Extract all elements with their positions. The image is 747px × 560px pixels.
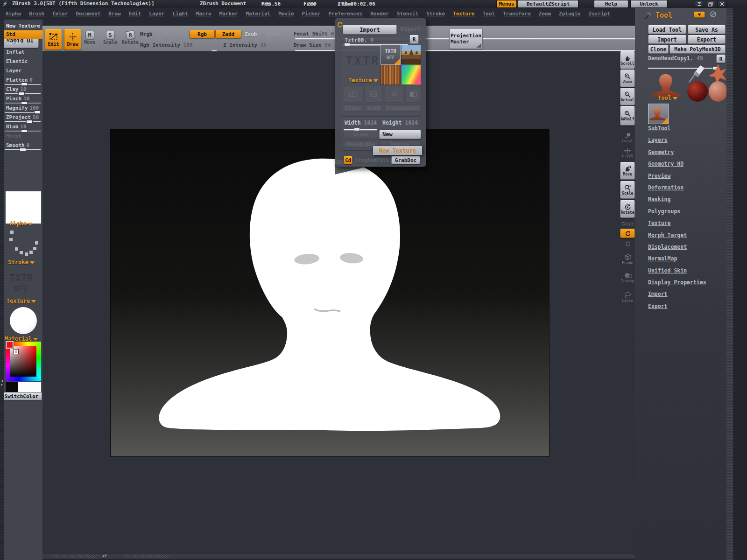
menu-item[interactable]: Transform (503, 11, 531, 17)
menu-item[interactable]: Zplugin (559, 11, 580, 17)
menu-item[interactable]: Zscript (588, 11, 610, 17)
brush-slider-track[interactable] (5, 103, 41, 104)
frame-button[interactable]: Frame (620, 250, 635, 268)
tool-section-link[interactable]: Geometry HD (648, 161, 706, 172)
menu-item[interactable]: Material (246, 11, 270, 17)
texture-thumb-off[interactable]: TXTROFF (381, 45, 401, 65)
tool-thumb-sphere-light[interactable] (709, 81, 727, 102)
rotate-button[interactable]: RRotate (122, 31, 139, 45)
stroke-preview[interactable] (5, 228, 40, 259)
scroll-arrows[interactable]: ▲▼ (102, 553, 107, 558)
brush-item[interactable]: Morph (4, 132, 42, 141)
scrollbar-grip[interactable] (52, 554, 99, 558)
refresh-icon[interactable] (337, 21, 343, 28)
texture-thumb-landscape[interactable] (401, 45, 421, 65)
height-slider[interactable]: Height 1024 (335, 23, 426, 24)
tool-thumb-selected[interactable] (648, 104, 669, 124)
default-zscript-button[interactable]: DefaultZScript (518, 0, 578, 8)
tool-thumb-sphere-dark[interactable] (687, 81, 708, 102)
switch-color-button[interactable]: SwitchColor (1, 392, 42, 400)
brush-slider-track[interactable] (5, 131, 41, 132)
zcut-toggle[interactable]: Zcut (267, 31, 280, 37)
brush-slider-track[interactable] (5, 84, 41, 85)
make-polymesh3d-button[interactable]: Make PolyMesh3D (669, 45, 726, 54)
tool-section-link[interactable]: Masking (648, 196, 706, 208)
rotate-axis2-button[interactable] (620, 239, 635, 248)
menu-item[interactable]: Stroke (426, 11, 445, 17)
slider-handle[interactable] (20, 148, 26, 151)
actual-button[interactable]: Actual (620, 88, 635, 105)
current-color-swatch[interactable] (6, 341, 14, 349)
document[interactable] (110, 129, 550, 457)
tool-section-link[interactable]: Unified Skin (648, 267, 706, 279)
projection-master-button[interactable]: Projection Master (449, 29, 483, 49)
clone-button[interactable]: Clone (648, 45, 669, 54)
tool-section-link[interactable]: Deformation (648, 184, 706, 196)
brush-item[interactable]: Elastic (4, 57, 42, 67)
brush-item[interactable]: Layer (4, 67, 42, 76)
strip-rotate-button[interactable]: Rotate (620, 200, 635, 218)
texture-selector[interactable]: Texture (0, 298, 42, 304)
stroke-selector[interactable]: Stroke (0, 259, 42, 266)
menu-item[interactable]: Stencil (397, 11, 418, 17)
menu-item[interactable]: Movie (278, 11, 294, 17)
rotate-axis-button[interactable] (620, 229, 635, 238)
invert-texture-button[interactable] (405, 86, 421, 103)
tool-section-link[interactable]: SubTool (648, 125, 706, 137)
scroll-button[interactable]: Scroll (620, 51, 635, 69)
menu-item[interactable]: Marker (219, 11, 238, 17)
alpha-selector[interactable]: Alpha (0, 220, 42, 227)
scrollbar-grip[interactable] (123, 554, 169, 558)
m-toggle[interactable]: M (165, 31, 168, 37)
tool-selector[interactable]: Tool (653, 95, 683, 101)
help-button[interactable]: Help (594, 0, 628, 8)
aahalf-button[interactable]: AAHalf (620, 106, 635, 126)
width-slider[interactable]: Width 1024 (335, 21, 426, 22)
load-tool-button[interactable]: Load Tool (648, 25, 686, 34)
tool-section-link[interactable]: Layers (648, 137, 706, 148)
zsub-toggle[interactable]: Zsub (245, 31, 257, 37)
brush-slider-track[interactable] (5, 112, 41, 113)
tool-section-link[interactable]: Geometry (648, 149, 706, 161)
menu-item[interactable]: Texture (453, 11, 474, 17)
menu-item[interactable]: Edit (129, 11, 141, 17)
brush-slider-track[interactable] (5, 149, 41, 150)
brush-item[interactable]: Smooth0 (4, 141, 42, 151)
tool-r-button[interactable]: R (716, 55, 726, 63)
strip-scale-button[interactable]: Scale (620, 181, 635, 199)
menu-item[interactable]: Color (52, 11, 68, 17)
restore-window-button[interactable] (706, 0, 715, 8)
texture-export-button[interactable]: Export (401, 26, 421, 33)
local-button[interactable]: Local (620, 129, 635, 147)
menu-item[interactable]: Preferences (328, 11, 362, 17)
flip-v-button[interactable] (364, 86, 383, 103)
clone-texture-button[interactable]: Clone (344, 130, 378, 139)
mrgb-toggle[interactable]: Mrgb (140, 31, 153, 37)
menu-item[interactable]: Macro (196, 11, 211, 17)
lsym-button[interactable]: L.Sym (620, 146, 635, 160)
brush-item[interactable]: Magnify100 (4, 104, 42, 113)
lasso-button[interactable]: Lasso (620, 288, 635, 306)
brush-slider-track[interactable] (5, 93, 41, 94)
flip-h-button[interactable] (344, 86, 362, 103)
texture-thumb-rainbow[interactable] (401, 65, 421, 85)
menu-item[interactable]: Tool (482, 11, 495, 17)
menu-item[interactable]: Draw (108, 11, 121, 17)
panel-scroll-strip[interactable] (726, 8, 733, 560)
circle-slash-icon[interactable] (710, 11, 717, 18)
cd-button[interactable]: Cd (344, 156, 352, 164)
tool-section-link[interactable]: NormalMap (648, 255, 706, 267)
menu-item[interactable]: Layer (149, 11, 164, 17)
menu-item[interactable]: Alpha (6, 11, 21, 17)
menu-item[interactable]: Light (172, 11, 188, 17)
texture-off-ghost[interactable]: TXTROFF (0, 273, 42, 294)
transp-button[interactable]: Transp (620, 269, 635, 287)
brush-item[interactable]: Inflat (4, 48, 42, 57)
brush-item[interactable]: ZProject50 (4, 113, 42, 123)
unlock-button[interactable]: Unlock (630, 0, 668, 8)
brush-item[interactable]: Std (4, 30, 42, 39)
menu-item[interactable]: Render (370, 11, 389, 17)
brush-slider-track[interactable] (5, 121, 41, 122)
crop-and-fill-button[interactable]: CropAndFill (354, 156, 390, 164)
move-button[interactable]: MMove (84, 31, 95, 45)
